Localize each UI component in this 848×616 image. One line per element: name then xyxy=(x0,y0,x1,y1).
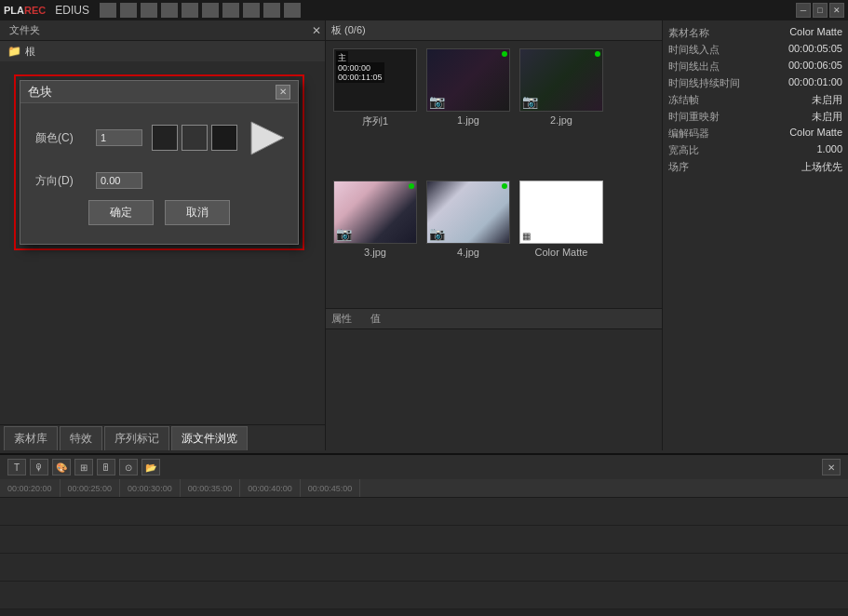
tl-tool-mixer[interactable]: 🎚 xyxy=(97,459,115,475)
toolbar-icon-5[interactable] xyxy=(182,3,198,18)
dialog-close-button[interactable]: ✕ xyxy=(276,85,290,100)
info-key-freeze: 冻结帧 xyxy=(668,93,699,107)
props-col-value: 值 xyxy=(370,312,381,326)
timeline-tracks-content xyxy=(0,498,848,609)
1jpg-label: 1.jpg xyxy=(457,114,479,126)
file-panel-close[interactable]: ✕ xyxy=(312,24,321,37)
folder-icon: 📁 xyxy=(7,45,21,58)
colormatte-icon: ▦ xyxy=(522,231,531,241)
info-val-name: Color Matte xyxy=(789,26,842,40)
asset-grid: 主 00:00:0000:00:11:05 序列1 📷 1.jpg xyxy=(326,41,662,308)
toolbar-icon-7[interactable] xyxy=(222,3,239,18)
file-panel-tab-label: 文件夹 xyxy=(4,21,46,39)
color-swatch-1[interactable] xyxy=(152,125,178,151)
camera-icon-4: 📷 xyxy=(429,226,445,241)
tab-source-browser[interactable]: 源文件浏览 xyxy=(171,426,248,450)
tl-tool-circle[interactable]: ⊙ xyxy=(119,459,138,475)
color-swatch-3[interactable] xyxy=(211,125,237,151)
toolbar-icon-10[interactable] xyxy=(284,3,301,18)
tl-tool-cursor[interactable]: T xyxy=(7,459,26,475)
title-bar: PLAREC EDIUS ─ □ ✕ xyxy=(0,0,848,20)
info-key-codec: 编解码器 xyxy=(668,127,709,141)
ruler-mark-0: 00:00:20:00 xyxy=(0,479,61,497)
ruler-mark-3: 00:00:35:00 xyxy=(181,479,241,497)
colormatte-label: Color Matte xyxy=(535,247,588,258)
asset-item-colormatte[interactable]: ▦ Color Matte xyxy=(519,181,603,301)
bottom-tabs-bar: 素材库 特效 序列标记 源文件浏览 xyxy=(0,424,325,450)
2jpg-label: 2.jpg xyxy=(550,114,572,126)
properties-panel: 属性 值 xyxy=(326,309,662,450)
info-val-remap: 未启用 xyxy=(812,110,842,124)
dialog-confirm-button[interactable]: 确定 xyxy=(88,200,154,225)
color-swatch-2[interactable] xyxy=(182,125,208,151)
menu-edius[interactable]: EDIUS xyxy=(51,2,93,19)
asset-bin: 板 (0/6) 主 00:00:0000:00:11:05 序列1 xyxy=(326,20,662,309)
direction-input[interactable] xyxy=(96,172,142,189)
asset-item-3jpg[interactable]: 📷 3.jpg xyxy=(333,181,417,301)
ruler-mark-1: 00:00:25:00 xyxy=(61,479,121,497)
dialog-titlebar: 色块 ✕ xyxy=(20,81,298,103)
dialog-cancel-button[interactable]: 取消 xyxy=(165,200,230,225)
bottom-section: T 🎙 🎨 ⊞ 🎚 ⊙ 📂 ✕ 00:00:20:00 00:00:25:00 … xyxy=(0,453,848,616)
info-row-6: 编解码器 Color Matte xyxy=(668,127,842,141)
toolbar-icon-2[interactable] xyxy=(120,3,137,18)
asset-item-2jpg[interactable]: 📷 2.jpg xyxy=(519,48,603,171)
right-col: 板 (0/6) 主 00:00:0000:00:11:05 序列1 xyxy=(326,20,848,450)
info-val-dur: 00:00:01:00 xyxy=(788,76,842,90)
info-row-0: 素材名称 Color Matte xyxy=(668,26,842,40)
asset-item-1jpg[interactable]: 📷 1.jpg xyxy=(426,48,510,171)
info-val-field: 上场优先 xyxy=(801,160,842,174)
tl-tool-folder[interactable]: 📂 xyxy=(141,459,160,475)
color-block-dialog: 色块 ✕ 颜色(C) xyxy=(20,80,299,245)
dialog-red-border: 色块 ✕ 颜色(C) xyxy=(14,74,304,250)
green-indicator-2 xyxy=(595,51,600,57)
asset-item-4jpg[interactable]: 📷 4.jpg xyxy=(426,181,510,301)
ruler-mark-5: 00:00:45:00 xyxy=(301,479,361,497)
close-button[interactable]: ✕ xyxy=(829,3,844,18)
tab-sequence-marks[interactable]: 序列标记 xyxy=(104,426,169,450)
toolbar-icon-3[interactable] xyxy=(141,3,157,18)
ruler-mark-2: 00:00:30:00 xyxy=(120,479,181,497)
toolbar-icon-6[interactable] xyxy=(202,3,219,18)
toolbar-icon-1[interactable] xyxy=(100,3,116,18)
track-row-1 xyxy=(0,498,848,526)
file-tree: 📁 根 xyxy=(0,41,325,61)
minimize-button[interactable]: ─ xyxy=(796,3,811,18)
asset-item-sequence1[interactable]: 主 00:00:0000:00:11:05 序列1 xyxy=(333,48,417,171)
tl-tool-grid[interactable]: ⊞ xyxy=(74,459,93,475)
tl-close-btn[interactable]: ✕ xyxy=(822,459,841,475)
dialog-direction-row: 方向(D) xyxy=(35,172,283,189)
info-key-in: 时间线入点 xyxy=(668,43,720,57)
color-input[interactable] xyxy=(96,129,142,146)
info-val-in: 00:00:05:05 xyxy=(788,43,842,57)
color-swatches xyxy=(152,125,237,151)
track-row-2 xyxy=(0,526,848,554)
tl-tool-mic[interactable]: 🎙 xyxy=(30,459,48,475)
toolbar-icon-9[interactable] xyxy=(263,3,280,18)
maximize-button[interactable]: □ xyxy=(813,3,828,18)
track-row-3 xyxy=(0,554,848,582)
asset-bin-header: 板 (0/6) xyxy=(326,20,662,41)
tab-effects[interactable]: 特效 xyxy=(60,426,102,450)
green-indicator-1 xyxy=(502,51,507,57)
info-row-2: 时间线出点 00:00:06:05 xyxy=(668,60,842,74)
dialog-buttons: 确定 取消 xyxy=(35,200,283,225)
timeline-tools: T 🎙 🎨 ⊞ 🎚 ⊙ 📂 xyxy=(7,459,160,475)
camera-icon-2: 📷 xyxy=(522,94,538,109)
toolbar-icons xyxy=(99,3,302,18)
4jpg-label: 4.jpg xyxy=(457,247,479,258)
tab-assets[interactable]: 素材库 xyxy=(4,426,58,450)
camera-icon-3: 📷 xyxy=(336,226,352,241)
info-key-aspect: 宽高比 xyxy=(668,143,699,157)
toolbar-icon-8[interactable] xyxy=(243,3,260,18)
toolbar-icon-4[interactable] xyxy=(161,3,178,18)
info-row-5: 时间重映射 未启用 xyxy=(668,110,842,124)
info-val-freeze: 未启用 xyxy=(812,93,842,107)
info-row-8: 场序 上场优先 xyxy=(668,160,842,174)
arrow-preview xyxy=(247,114,298,161)
tl-tool-color[interactable]: 🎨 xyxy=(52,459,71,475)
direction-label: 方向(D) xyxy=(35,173,87,189)
info-row-4: 冻结帧 未启用 xyxy=(668,93,842,107)
info-row-3: 时间线持续时间 00:00:01:00 xyxy=(668,76,842,90)
info-key-name: 素材名称 xyxy=(668,26,709,40)
